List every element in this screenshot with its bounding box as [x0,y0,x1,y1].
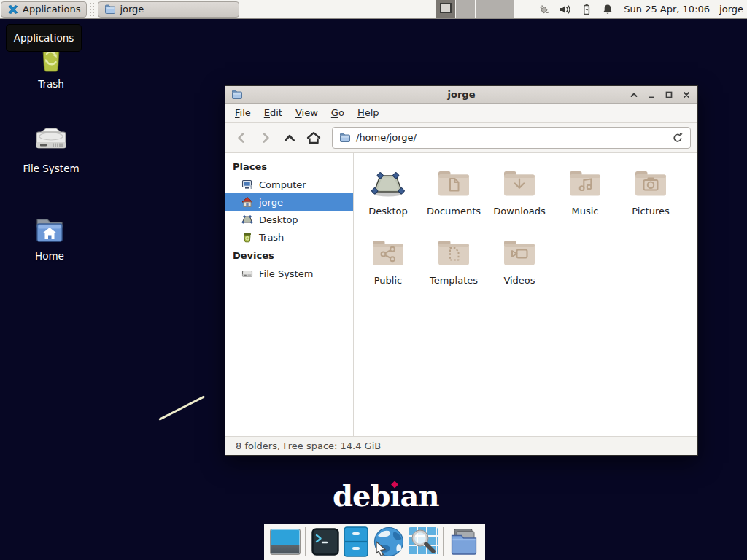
videos-folder-icon [502,235,537,270]
top-panel: Applications jorge [0,0,747,19]
home-button[interactable] [304,128,323,147]
window-title: jorge [225,89,697,100]
menu-go[interactable]: Go [325,105,351,120]
maximize-icon [665,90,673,99]
sidebar-item-trash[interactable]: Trash [225,228,353,246]
file-manager-window: jorge File Edit View Go Help [225,85,698,456]
terminal-icon [311,528,339,556]
folder-item-public[interactable]: Public [355,233,421,303]
applications-tooltip: Applications [6,24,82,52]
music-folder-icon [568,166,603,201]
dock-separator [305,527,306,556]
window-folder-icon [104,4,116,15]
sidebar-item-desktop[interactable]: Desktop [225,211,353,228]
folder-item-videos[interactable]: Videos [487,233,552,303]
path-text: /home/jorge/ [356,132,417,143]
hard-drive-icon [241,268,253,279]
shade-button[interactable] [629,90,639,100]
cursor-icon [374,540,390,558]
home-icon [241,196,253,208]
forward-button[interactable] [256,128,275,147]
chevron-up-icon [630,90,638,99]
file-manager-dock-icon[interactable] [449,527,479,556]
web-browser-dock-icon[interactable] [374,526,404,557]
back-button[interactable] [232,128,251,147]
sidebar-item-jorge[interactable]: jorge [225,193,353,211]
chevron-left-icon [235,131,248,144]
menu-file[interactable]: File [228,105,258,120]
session-user-label[interactable]: jorge [719,4,743,15]
workspace-cell-3[interactable] [476,0,495,18]
workspace-cell-4[interactable] [495,0,515,18]
applications-menu-label: Applications [23,4,80,15]
desktop-icon-label: Trash [38,78,64,90]
panel-separator-handle[interactable] [89,2,94,17]
trash-icon [241,231,253,243]
show-desktop-dock-icon[interactable] [270,529,301,555]
sidebar: Places Computer jorge [225,153,354,436]
network-icon[interactable] [537,3,551,16]
workspace-cell-1[interactable] [436,0,456,18]
file-cabinet-icon [344,526,368,557]
reload-button[interactable] [672,132,684,144]
sidebar-header-places: Places [225,157,353,176]
sidebar-header-devices: Devices [225,246,353,265]
window-titlebar[interactable]: jorge [225,86,697,104]
public-folder-icon [371,235,406,270]
folder-view: Desktop Documents [354,153,697,436]
status-bar: 8 folders, Free space: 14.4 GiB [225,436,697,455]
dock [264,524,485,560]
desktop-icon [241,214,253,225]
folder-item-pictures[interactable]: Pictures [618,164,684,233]
workspace-cell-2[interactable] [456,0,476,18]
hard-drive-icon [33,124,69,159]
menu-help[interactable]: Help [351,105,386,120]
folders-icon [449,527,479,556]
applications-menu-button[interactable]: Applications [1,1,87,18]
desktop-background[interactable]: { "panel": { "applications_label": "Appl… [0,0,747,560]
desktop-trapezoid-icon [371,166,406,201]
folder-item-templates[interactable]: Templates [421,233,487,303]
path-bar[interactable]: /home/jorge/ [332,127,691,149]
desktop-icon-label: Home [35,250,64,262]
folder-item-music[interactable]: Music [552,164,618,233]
xfce-applications-icon [7,4,19,15]
folder-item-downloads[interactable]: Downloads [487,164,552,233]
reload-icon [672,132,684,144]
close-button[interactable] [681,90,692,100]
downloads-folder-icon [502,166,537,201]
maximize-button[interactable] [664,90,674,100]
folder-item-desktop[interactable]: Desktop [355,164,421,233]
volume-icon[interactable] [559,3,572,16]
taskbar-window-button[interactable]: jorge [98,1,239,18]
documents-folder-icon [436,166,471,201]
desktop-icon-home[interactable]: Home [15,211,85,262]
notifications-bell-icon[interactable] [601,3,614,16]
sidebar-item-file-system[interactable]: File System [225,265,353,282]
sidebar-item-computer[interactable]: Computer [225,176,353,193]
file-cabinet-dock-icon[interactable] [344,526,368,557]
pictures-folder-icon [633,166,668,201]
status-text: 8 folders, Free space: 14.4 GiB [236,440,381,451]
menu-edit[interactable]: Edit [258,105,289,120]
system-tray [537,3,614,16]
clock[interactable]: Sun 25 Apr, 10:06 [624,4,710,15]
menu-view[interactable]: View [289,105,325,120]
terminal-dock-icon[interactable] [311,528,339,556]
home-icon [306,131,321,144]
app-finder-dock-icon[interactable] [409,527,438,556]
desktop-icon-file-system[interactable]: File System [16,124,86,174]
workspace-window-miniature [440,3,452,13]
battery-icon[interactable] [580,3,593,16]
up-button[interactable] [280,128,299,147]
path-folder-icon [339,132,351,144]
taskbar-window-label: jorge [120,4,144,15]
chevron-right-icon [259,131,272,144]
desktop-icon-label: File System [23,163,79,174]
minimize-button[interactable] [646,90,657,100]
dock-separator [443,527,444,556]
folder-item-documents[interactable]: Documents [421,164,487,233]
menu-bar: File Edit View Go Help [225,104,697,122]
computer-icon [241,179,253,190]
templates-folder-icon [436,235,471,270]
